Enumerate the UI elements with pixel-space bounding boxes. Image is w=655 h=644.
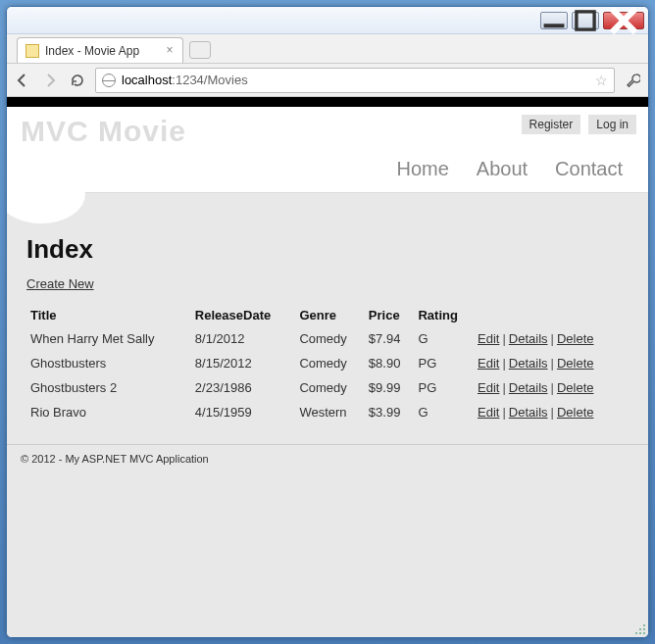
globe-icon (102, 74, 116, 87)
top-black-bar (7, 97, 648, 107)
table-row: Ghostbusters 22/23/1986Comedy$9.99PGEdit… (26, 375, 629, 400)
site-header: MVC Movie Register Log in Home About Con… (7, 107, 648, 193)
col-genre: Genre (295, 304, 364, 326)
cell-actions: Edit|Details|Delete (474, 375, 629, 400)
bookmark-star-icon[interactable]: ☆ (595, 73, 608, 88)
wrench-menu-button[interactable] (623, 71, 642, 90)
svg-point-6 (643, 628, 645, 630)
cell-genre: Comedy (295, 351, 364, 375)
edit-link[interactable]: Edit (478, 331, 499, 346)
separator: | (548, 405, 557, 420)
separator: | (499, 331, 508, 346)
cell-release: 4/15/1959 (191, 400, 296, 424)
cell-title: When Harry Met Sally (26, 326, 191, 351)
separator: | (548, 380, 557, 395)
details-link[interactable]: Details (509, 380, 548, 395)
main-nav: Home About Contact (21, 148, 634, 192)
new-tab-button[interactable] (189, 41, 211, 59)
window-titlebar (7, 7, 648, 34)
col-price: Price (365, 304, 415, 326)
forward-button[interactable] (40, 71, 60, 90)
cell-price: $9.99 (365, 375, 415, 400)
separator: | (548, 356, 557, 371)
svg-rect-1 (577, 11, 594, 28)
tab-close-icon[interactable]: × (163, 43, 176, 57)
address-bar: localhost:1234/Movies ☆ (7, 64, 648, 97)
cell-title: Ghostbusters 2 (26, 375, 191, 400)
tab-strip: Index - Movie App × (7, 34, 648, 64)
cell-actions: Edit|Details|Delete (474, 326, 629, 351)
close-button[interactable] (603, 12, 644, 29)
cell-genre: Comedy (295, 326, 364, 351)
col-actions (474, 304, 629, 326)
tab-title: Index - Movie App (45, 44, 139, 58)
cell-genre: Comedy (295, 375, 364, 400)
svg-point-8 (639, 632, 641, 634)
url-input[interactable]: localhost:1234/Movies ☆ (95, 68, 615, 93)
delete-link[interactable]: Delete (557, 356, 594, 371)
table-row: Rio Bravo4/15/1959Western$3.99GEdit|Deta… (26, 400, 629, 424)
minimize-button[interactable] (540, 12, 568, 29)
cell-actions: Edit|Details|Delete (474, 351, 629, 375)
col-release: ReleaseDate (191, 304, 296, 326)
details-link[interactable]: Details (509, 405, 548, 420)
register-link[interactable]: Register (522, 115, 581, 134)
reload-button[interactable] (68, 71, 87, 90)
col-rating: Rating (414, 304, 474, 326)
svg-point-7 (635, 632, 637, 634)
delete-link[interactable]: Delete (557, 405, 594, 420)
auth-links: Register Log in (522, 115, 636, 134)
footer-text: © 2012 - My ASP.NET MVC Application (21, 453, 209, 465)
cell-price: $8.90 (365, 351, 415, 375)
url-port: :1234 (172, 73, 204, 87)
favicon-icon (25, 44, 39, 58)
main-content: Index Create New Title ReleaseDate Genre… (7, 193, 648, 444)
page-viewport: MVC Movie Register Log in Home About Con… (7, 97, 648, 637)
browser-window: Index - Movie App × localhost:1234/Movie… (6, 6, 649, 638)
maximize-button[interactable] (572, 12, 599, 29)
table-row: Ghostbusters8/15/2012Comedy$8.90PGEdit|D… (26, 351, 629, 375)
url-path: /Movies (204, 73, 248, 87)
window-controls (540, 12, 644, 29)
cell-price: $3.99 (365, 400, 415, 424)
cell-release: 8/15/2012 (191, 351, 296, 375)
details-link[interactable]: Details (509, 356, 548, 371)
cell-rating: G (414, 326, 474, 351)
cell-release: 2/23/1986 (191, 375, 296, 400)
nav-contact[interactable]: Contact (555, 158, 623, 180)
edit-link[interactable]: Edit (478, 356, 499, 371)
separator: | (548, 331, 557, 346)
cell-price: $7.94 (365, 326, 415, 351)
nav-about[interactable]: About (477, 158, 528, 180)
svg-point-5 (639, 628, 641, 630)
separator: | (499, 356, 508, 371)
separator: | (499, 405, 508, 420)
browser-tab[interactable]: Index - Movie App × (17, 37, 183, 63)
separator: | (499, 380, 508, 395)
cell-rating: PG (414, 351, 474, 375)
cell-actions: Edit|Details|Delete (474, 400, 629, 424)
edit-link[interactable]: Edit (478, 405, 499, 420)
cell-genre: Western (295, 400, 364, 424)
svg-point-4 (643, 624, 645, 626)
svg-point-9 (643, 632, 645, 634)
back-button[interactable] (13, 71, 32, 90)
details-link[interactable]: Details (509, 331, 548, 346)
nav-home[interactable]: Home (396, 158, 448, 180)
cell-title: Ghostbusters (26, 351, 191, 375)
table-row: When Harry Met Sally8/1/2012Comedy$7.94G… (26, 326, 629, 351)
delete-link[interactable]: Delete (557, 331, 594, 346)
cell-rating: PG (414, 375, 474, 400)
table-header-row: Title ReleaseDate Genre Price Rating (26, 304, 629, 326)
edit-link[interactable]: Edit (478, 380, 499, 395)
cell-title: Rio Bravo (26, 400, 191, 424)
resize-grip-icon[interactable] (632, 621, 646, 635)
cell-release: 8/1/2012 (191, 326, 296, 351)
delete-link[interactable]: Delete (557, 380, 594, 395)
movies-table: Title ReleaseDate Genre Price Rating Whe… (26, 304, 629, 424)
create-new-link[interactable]: Create New (26, 276, 94, 291)
login-link[interactable]: Log in (588, 115, 636, 134)
cell-rating: G (414, 400, 474, 424)
page-title: Index (26, 234, 629, 265)
url-host: localhost (122, 73, 172, 87)
